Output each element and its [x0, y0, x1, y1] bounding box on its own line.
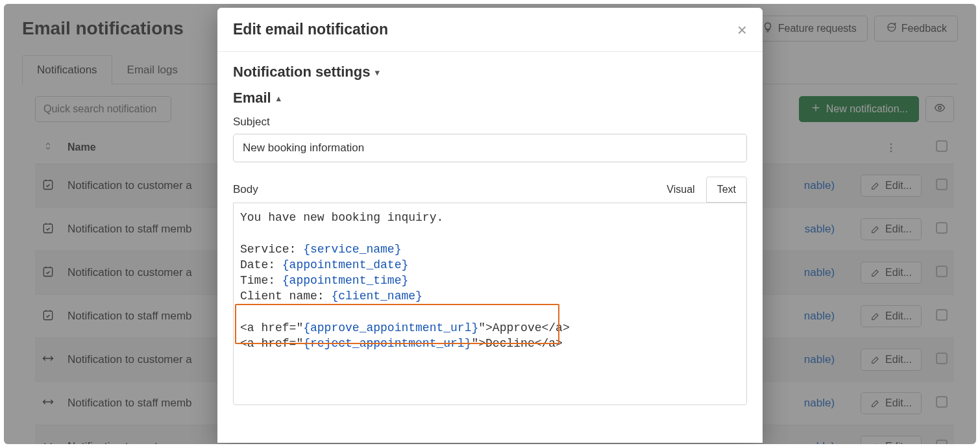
- subject-label: Subject: [233, 116, 747, 129]
- section-email[interactable]: Email ▴: [233, 90, 747, 106]
- close-icon[interactable]: ×: [737, 21, 747, 38]
- body-textarea[interactable]: You have new booking inquiry. Service: {…: [233, 203, 747, 405]
- section-notification-settings[interactable]: Notification settings ▾: [233, 64, 747, 81]
- subject-input[interactable]: [233, 134, 747, 162]
- section-email-label: Email: [233, 90, 271, 106]
- caret-up-icon: ▴: [276, 93, 281, 103]
- body-tab-visual[interactable]: Visual: [655, 177, 705, 203]
- edit-notification-modal: Edit email notification × Notification s…: [217, 8, 763, 443]
- caret-down-icon: ▾: [375, 68, 380, 77]
- section-notification-settings-label: Notification settings: [233, 64, 370, 81]
- body-label: Body: [233, 183, 258, 196]
- body-tab-text[interactable]: Text: [706, 177, 747, 203]
- modal-title: Edit email notification: [233, 21, 388, 38]
